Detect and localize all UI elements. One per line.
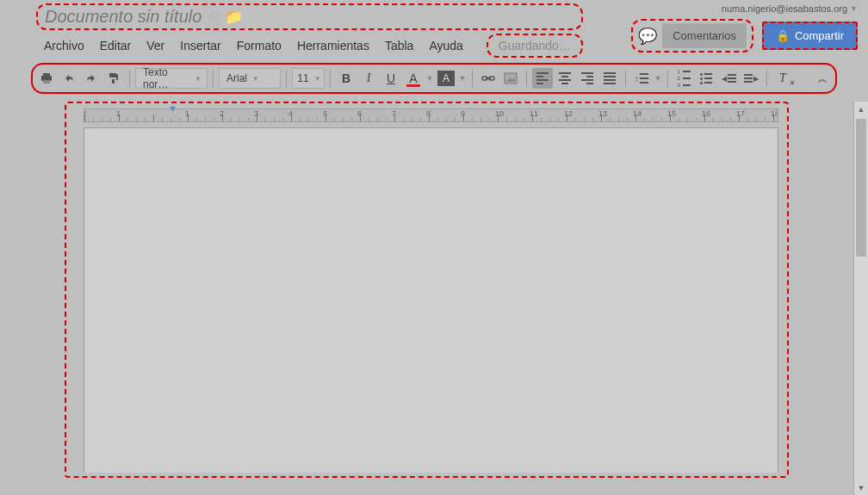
font-value: Arial (226, 72, 247, 84)
comments-group: 💬 Comentarios (631, 19, 753, 53)
header-actions: 💬 Comentarios 🔒 Compartir (631, 19, 858, 53)
font-size-dropdown[interactable]: 11▼ (292, 68, 325, 89)
highlight-button[interactable]: A (436, 68, 456, 89)
chevron-down-icon[interactable]: ▼ (425, 68, 434, 89)
scroll-up-icon[interactable]: ▲ (854, 102, 868, 116)
align-center-icon[interactable] (555, 68, 575, 89)
image-icon[interactable] (500, 68, 521, 89)
paint-format-icon[interactable] (103, 68, 124, 89)
document-canvas: 21123456789101112131415161718 ▼ (65, 102, 789, 478)
menu-herramientas[interactable]: Herramientas (289, 35, 377, 56)
underline-button[interactable]: U (381, 68, 401, 89)
size-value: 11 (297, 72, 308, 84)
menu-tabla[interactable]: Tabla (377, 35, 421, 56)
separator (129, 70, 130, 87)
svg-rect-1 (43, 73, 50, 76)
numbered-list-icon[interactable]: 123 (673, 68, 694, 89)
font-dropdown[interactable]: Arial▼ (219, 68, 281, 89)
separator (330, 70, 331, 87)
document-title[interactable]: Documento sin título (45, 7, 202, 27)
separator (766, 70, 767, 87)
svg-rect-4 (116, 74, 118, 80)
bold-button[interactable]: B (336, 68, 356, 89)
menu-archivo[interactable]: Archivo (36, 35, 92, 56)
svg-rect-2 (43, 80, 50, 84)
chat-icon[interactable]: 💬 (638, 27, 657, 46)
chevron-down-icon: ▼ (195, 75, 202, 83)
chevron-down-icon[interactable]: ▼ (654, 68, 662, 89)
separator (625, 70, 626, 87)
increase-indent-icon[interactable]: ▶ (741, 68, 761, 89)
menu-insertar[interactable]: Insertar (172, 35, 228, 56)
link-icon[interactable] (478, 68, 499, 89)
separator (667, 70, 668, 87)
svg-rect-5 (112, 79, 115, 84)
svg-rect-8 (486, 77, 491, 79)
chevron-down-icon[interactable]: ▼ (458, 68, 467, 89)
undo-icon[interactable] (59, 68, 79, 89)
comments-button[interactable]: Comentarios (662, 23, 747, 48)
vertical-scrollbar[interactable]: ▲ ▼ (853, 102, 868, 495)
page[interactable] (84, 127, 778, 473)
styles-dropdown[interactable]: Texto nor…▼ (135, 68, 208, 89)
save-status: Guardando… (487, 34, 583, 58)
menu-bar: Archivo Editar Ver Insertar Formato Herr… (36, 34, 583, 58)
separator (472, 70, 473, 87)
chevron-down-icon: ▼ (314, 75, 321, 83)
menu-formato[interactable]: Formato (229, 35, 289, 56)
scroll-thumb[interactable] (856, 119, 866, 257)
bulleted-list-icon[interactable] (696, 68, 716, 89)
print-icon[interactable] (36, 68, 57, 89)
separator (213, 70, 214, 87)
toolbar: Texto nor…▼ Arial▼ 11▼ B I U A ▼ A ▼ ↕ ▼… (36, 66, 832, 90)
share-button[interactable]: 🔒 Compartir (762, 22, 858, 50)
caret-down-icon: ▼ (850, 4, 858, 13)
collapse-toolbar-icon[interactable]: ︽ (811, 68, 832, 89)
share-label: Compartir (795, 29, 844, 42)
menu-ver[interactable]: Ver (139, 35, 172, 56)
line-spacing-icon[interactable]: ↕ (631, 68, 652, 89)
ruler-indent-marker[interactable]: ▼ (168, 103, 177, 114)
horizontal-ruler[interactable]: 21123456789101112131415161718 (84, 108, 778, 122)
lock-icon: 🔒 (776, 29, 790, 42)
styles-value: Texto nor… (143, 66, 189, 90)
star-icon[interactable]: ☆ (207, 8, 220, 26)
header-right: numa.nigerio@iesabastos.org ▼ 💬 Comentar… (631, 3, 858, 53)
title-row: Documento sin título ☆ 📁 (36, 3, 583, 30)
scroll-down-icon[interactable]: ▼ (854, 480, 868, 495)
separator (526, 70, 527, 87)
align-justify-icon[interactable] (599, 68, 620, 89)
user-email-text: numa.nigerio@iesabastos.org (722, 3, 847, 14)
clear-format-icon[interactable]: T✕ (772, 68, 793, 89)
align-left-icon[interactable] (532, 68, 553, 89)
menu-editar[interactable]: Editar (92, 35, 140, 56)
svg-rect-3 (109, 73, 116, 77)
decrease-indent-icon[interactable]: ◀ (718, 68, 739, 89)
separator (286, 70, 287, 87)
italic-button[interactable]: I (358, 68, 379, 89)
text-color-button[interactable]: A (403, 68, 424, 89)
user-email[interactable]: numa.nigerio@iesabastos.org ▼ (722, 3, 858, 14)
header-left: Documento sin título ☆ 📁 Archivo Editar … (36, 3, 583, 58)
header: Documento sin título ☆ 📁 Archivo Editar … (0, 0, 868, 58)
align-right-icon[interactable] (577, 68, 598, 89)
redo-icon[interactable] (81, 68, 102, 89)
menu-ayuda[interactable]: Ayuda (421, 35, 470, 56)
folder-icon[interactable]: 📁 (225, 8, 243, 26)
chevron-down-icon: ▼ (252, 75, 259, 83)
toolbar-wrap: Texto nor…▼ Arial▼ 11▼ B I U A ▼ A ▼ ↕ ▼… (31, 63, 837, 94)
